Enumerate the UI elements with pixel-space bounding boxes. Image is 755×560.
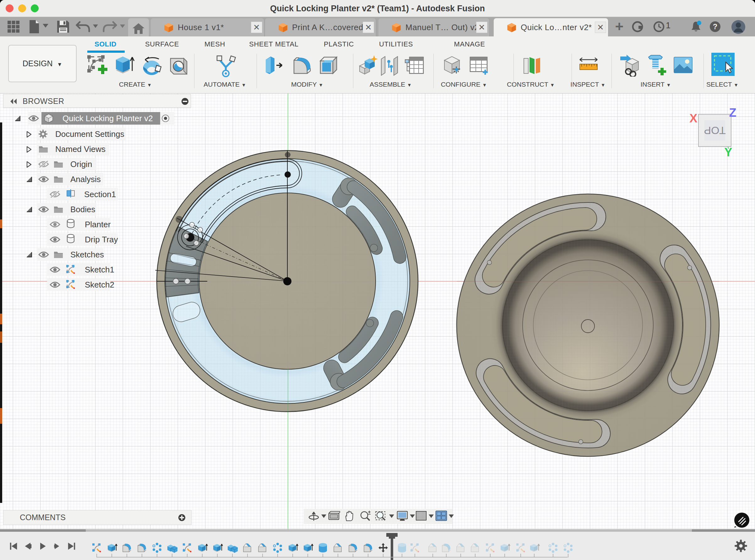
svg-text:X: X (689, 112, 698, 125)
svg-text:?: ? (713, 22, 718, 31)
svg-text:TOP: TOP (704, 125, 725, 137)
svg-text:Z: Z (729, 106, 736, 119)
